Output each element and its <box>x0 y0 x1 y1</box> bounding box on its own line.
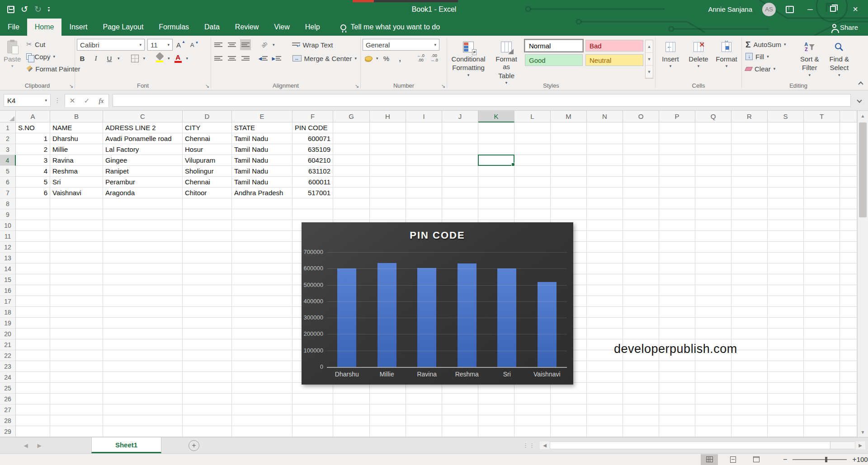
borders-button[interactable] <box>130 53 141 64</box>
cell-A28[interactable] <box>16 415 50 426</box>
close-button[interactable]: × <box>849 4 862 14</box>
cell-E29[interactable] <box>232 426 292 437</box>
cell-T7[interactable] <box>804 188 840 198</box>
sheet-tab-sheet1[interactable]: Sheet1 <box>91 437 161 453</box>
cell-S23[interactable] <box>768 361 804 372</box>
cell-S8[interactable] <box>768 198 804 209</box>
cell-O12[interactable] <box>623 242 659 253</box>
tab-insert[interactable]: Insert <box>61 19 95 36</box>
cell-N12[interactable] <box>587 242 623 253</box>
cell-I9[interactable] <box>406 209 442 220</box>
cell-G26[interactable] <box>333 394 370 404</box>
cell-P7[interactable] <box>659 188 695 198</box>
cell-P16[interactable] <box>659 285 695 296</box>
row-header-10[interactable]: 10 <box>0 220 16 231</box>
cell-M2[interactable] <box>551 133 587 144</box>
font-dialog-launcher[interactable]: ↘ <box>205 84 209 89</box>
cell-S5[interactable] <box>768 166 804 177</box>
tab-home[interactable]: Home <box>27 19 62 36</box>
chart-bar-millie[interactable] <box>377 263 396 367</box>
cell-R15[interactable] <box>731 274 768 285</box>
cell-K2[interactable] <box>478 133 514 144</box>
tab-page-layout[interactable]: Page Layout <box>95 19 151 36</box>
cell-R13[interactable] <box>731 253 768 263</box>
cell-O8[interactable] <box>623 198 659 209</box>
row-header-16[interactable]: 16 <box>0 285 16 296</box>
orientation-button[interactable]: ab <box>259 39 270 50</box>
cell-E17[interactable] <box>232 296 292 307</box>
tab-view[interactable]: View <box>266 19 297 36</box>
save-icon[interactable] <box>7 6 14 13</box>
cell-R20[interactable] <box>731 329 768 339</box>
cell-B13[interactable] <box>50 253 103 263</box>
cell-E15[interactable] <box>232 274 292 285</box>
cell-E25[interactable] <box>232 383 292 394</box>
cell-T6[interactable] <box>804 177 840 188</box>
column-header-P[interactable]: P <box>659 111 695 122</box>
cell-R25[interactable] <box>731 383 768 394</box>
cell-style-bad[interactable]: Bad <box>585 40 643 52</box>
cell-D26[interactable] <box>183 394 232 404</box>
cell-C12[interactable] <box>103 242 183 253</box>
cell-D20[interactable] <box>183 329 232 339</box>
collapse-ribbon-icon[interactable] <box>859 80 863 87</box>
column-header-J[interactable]: J <box>442 111 478 122</box>
cell-G7[interactable] <box>333 188 370 198</box>
scroll-right-icon[interactable]: ▶ <box>855 442 865 449</box>
cell-E7[interactable]: Andhra Pradesh <box>232 188 292 198</box>
clipboard-dialog-launcher[interactable]: ↘ <box>69 84 73 89</box>
cell-B8[interactable] <box>50 198 103 209</box>
cell-F2[interactable]: 600071 <box>292 133 333 144</box>
cell-E14[interactable] <box>232 263 292 274</box>
name-box[interactable]: K4▾ <box>4 94 51 107</box>
cancel-icon[interactable]: ✕ <box>65 94 80 107</box>
cell-Q1[interactable] <box>695 122 731 133</box>
page-break-view-button[interactable] <box>748 454 765 465</box>
copy-button[interactable]: Copy▾ <box>24 51 82 62</box>
gallery-more-icon[interactable]: ▼ <box>646 66 653 78</box>
cell-I1[interactable] <box>406 122 442 133</box>
cell-J3[interactable] <box>442 144 478 155</box>
cell-T28[interactable] <box>804 415 840 426</box>
cell-T20[interactable] <box>804 329 840 339</box>
decrease-indent-button[interactable]: ◀ <box>258 53 269 64</box>
cell-O29[interactable] <box>623 426 659 437</box>
cell-A14[interactable] <box>16 263 50 274</box>
column-header-B[interactable]: B <box>50 111 103 122</box>
row-header-24[interactable]: 24 <box>0 372 16 383</box>
tab-review[interactable]: Review <box>227 19 266 36</box>
align-right-button[interactable] <box>240 53 251 64</box>
cell-I2[interactable] <box>406 133 442 144</box>
cell-Q20[interactable] <box>695 329 731 339</box>
cell-T18[interactable] <box>804 307 840 318</box>
cell-R27[interactable] <box>731 404 768 415</box>
cell-N27[interactable] <box>587 404 623 415</box>
cell-S2[interactable] <box>768 133 804 144</box>
cell-T1[interactable] <box>804 122 840 133</box>
cell-D1[interactable]: CITY <box>183 122 232 133</box>
cell-Q29[interactable] <box>695 426 731 437</box>
cell-E24[interactable] <box>232 372 292 383</box>
cell-E26[interactable] <box>232 394 292 404</box>
cell-D8[interactable] <box>183 198 232 209</box>
chart-bar-reshma[interactable] <box>458 263 476 367</box>
cell-R18[interactable] <box>731 307 768 318</box>
cell-I7[interactable] <box>406 188 442 198</box>
cell-C4[interactable]: Gingee <box>103 155 183 166</box>
cell-H5[interactable] <box>370 166 406 177</box>
cell-B9[interactable] <box>50 209 103 220</box>
column-header-Q[interactable]: Q <box>695 111 731 122</box>
cell-Q9[interactable] <box>695 209 731 220</box>
cell-S22[interactable] <box>768 350 804 361</box>
cell-C18[interactable] <box>103 307 183 318</box>
horizontal-scrollbar[interactable]: ◀ ▶ <box>540 441 865 450</box>
cell-A6[interactable]: 5 <box>16 177 50 188</box>
cell-E10[interactable] <box>232 220 292 231</box>
cell-E6[interactable]: Tamil Nadu <box>232 177 292 188</box>
cell-L2[interactable] <box>514 133 551 144</box>
cell-Q18[interactable] <box>695 307 731 318</box>
row-header-9[interactable]: 9 <box>0 209 16 220</box>
page-layout-view-button[interactable] <box>724 454 741 465</box>
cell-R1[interactable] <box>731 122 768 133</box>
cell-D21[interactable] <box>183 339 232 350</box>
